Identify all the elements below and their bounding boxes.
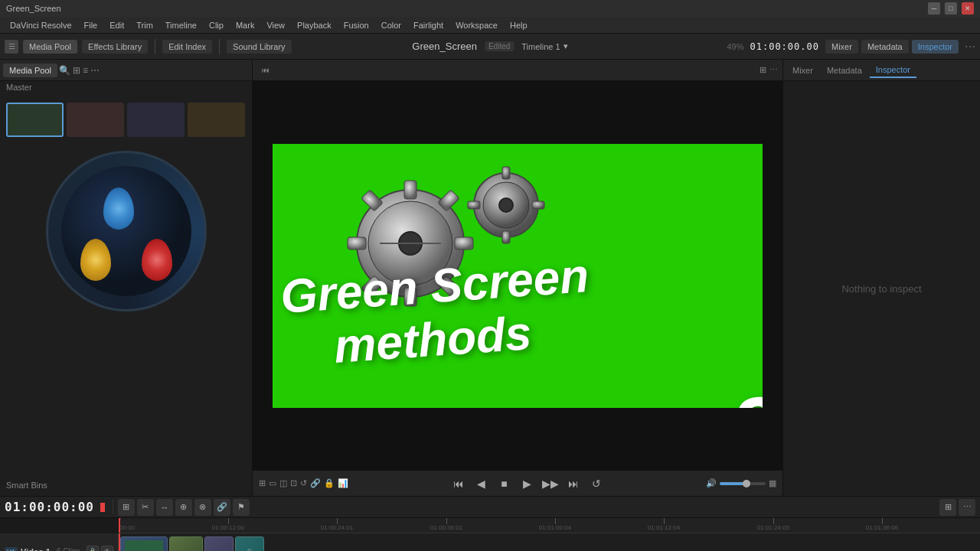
blue-dot [103,187,134,230]
tl-more-btn[interactable]: ⋯ [959,499,975,516]
refresh-icon[interactable]: ↺ [300,478,307,488]
timeline-tools: ⊞ ✂ ↔ ⊕ ⊗ 🔗 ⚑ [118,499,939,516]
media-pool-btn[interactable]: Media Pool [23,40,77,54]
timeline-label-area: Timeline 1 ▾ [521,41,567,51]
effects-library-btn[interactable]: Effects Library [82,40,148,54]
menu-edit[interactable]: Edit [104,19,129,31]
maximize-button[interactable]: □ [945,2,957,15]
v1-vis-btn[interactable]: 👁 [101,546,113,552]
menu-workspace[interactable]: Workspace [450,19,503,31]
skip-forward-btn[interactable]: ▶▶ [541,474,560,493]
play-btn[interactable]: ▶ [518,474,537,493]
menu-fairlight[interactable]: Fairlight [408,19,449,31]
toolbar-more-icon[interactable]: ⋯ [965,41,975,53]
thumb-1[interactable] [6,103,64,137]
tab-metadata[interactable]: Metadata [821,64,868,77]
toolbar-timecode: 01:00:00.00 [750,41,819,52]
sound-library-btn[interactable]: Sound Library [227,40,292,54]
thumbnail-strip [6,103,246,137]
toolbar-center: Green_Screen Edited Timeline 1 ▾ [412,41,567,52]
preview-right-tools: ⊞ ⋯ [760,65,778,75]
prev-skip-btn[interactable]: ⏮ [257,64,274,76]
ruler-label-3: 01:00:36:01 [430,524,462,531]
razor-tool[interactable]: ✂ [137,499,154,516]
thumb-4[interactable] [188,103,245,137]
tab-media-pool[interactable]: Media Pool [3,64,57,77]
safe-area-icon[interactable]: ◫ [279,478,287,488]
loop-btn[interactable]: ↺ [587,474,606,493]
menu-help[interactable]: Help [505,19,533,31]
clip-v1-2[interactable]: 2_... [169,536,203,552]
inspector-btn[interactable]: Inspector [912,40,959,54]
menu-timeline[interactable]: Timeline [160,19,202,31]
zoom-in-btn[interactable]: ⊞ [939,499,956,516]
master-label: Master [6,83,32,92]
waveform-icon[interactable]: 📊 [338,478,348,488]
clip-v1-3[interactable]: B-... [204,536,234,552]
video-1-track: V1 Video 1 6 Clips 🔒 👁 1_cog... [0,533,980,551]
toolbar-right: 49% 01:00:00.00 Mixer Metadata Inspector… [727,40,975,54]
preview-frame: Green Screen methods 2 [253,81,782,470]
link-icon[interactable]: 🔗 [310,478,321,488]
menu-trim[interactable]: Trim [131,19,158,31]
overlay-icon[interactable]: ⊡ [290,478,297,488]
left-panel-tabs: Media Pool 🔍 ⊞ ≡ ⋯ [0,60,252,81]
viewer-options-icon[interactable]: ⊞ [760,65,766,75]
grid-view-icon[interactable]: ⊞ [73,65,80,76]
svg-point-14 [499,198,513,212]
stop-btn[interactable]: ■ [495,474,514,493]
menu-mark[interactable]: Mark [230,19,260,31]
menu-view[interactable]: View [261,19,290,31]
timeline-dropdown-icon[interactable]: ▾ [564,41,568,51]
v1-lock-btn[interactable]: 🔒 [87,546,99,552]
mixer-btn[interactable]: Mixer [825,40,858,54]
menu-color[interactable]: Color [376,19,407,31]
tab-mixer[interactable]: Mixer [786,64,819,77]
ruler-label-4: 01:01:00:04 [539,524,571,531]
overwrite-tool[interactable]: ⊗ [194,499,211,516]
ruler-tick-1 [228,518,229,524]
close-button[interactable]: ✕ [962,2,974,15]
clip-v1-1[interactable]: 1_cog... [120,536,168,552]
v1-track-icons: 🔒 👁 [87,546,113,552]
menu-playback[interactable]: Playback [292,19,337,31]
menu-fusion[interactable]: Fusion [338,19,374,31]
timeline-area: 01:00:00:00 ⊞ ✂ ↔ ⊕ ⊗ 🔗 ⚑ ⊞ ⋯ 01:00:00:0… [0,496,980,551]
insert-tool[interactable]: ⊕ [175,499,192,516]
menu-clip[interactable]: Clip [204,19,229,31]
link-toggle[interactable]: 🔗 [214,499,230,516]
minimize-button[interactable]: ─ [928,2,940,15]
volume-slider[interactable] [720,482,766,485]
skip-to-start-btn[interactable]: ⏮ [449,474,468,493]
prev-frame-btn[interactable]: ◀ [472,474,491,493]
edit-index-btn[interactable]: Edit Index [162,40,212,54]
clip-v1-4[interactable]: © ©B... [235,536,264,552]
search-icon[interactable]: 🔍 [59,65,70,76]
toolbar: ☰ Media Pool Effects Library Edit Index … [0,34,980,60]
lock-icon[interactable]: 🔒 [324,478,335,488]
flag-tool[interactable]: ⚑ [233,499,250,516]
thumb-3[interactable] [127,103,185,137]
ripple-tool[interactable]: ↔ [156,499,173,516]
toolbar-panel-buttons: Mixer Metadata Inspector [825,40,959,54]
svg-rect-6 [348,237,366,249]
tab-inspector[interactable]: Inspector [870,63,916,78]
crop-icon[interactable]: ▭ [269,478,276,488]
skip-to-end-btn[interactable]: ⏭ [564,474,583,493]
panel-toggle[interactable]: ☰ [5,40,18,54]
playhead-triangle [119,518,123,521]
metadata-btn[interactable]: Metadata [861,40,909,54]
preview-controls: ⊞ ▭ ◫ ⊡ ↺ 🔗 🔒 📊 ⏮ ◀ ■ ▶ ▶▶ ⏭ ↺ 🔊 [253,470,782,496]
overlay-text-methods: methods [332,309,533,370]
list-view-icon[interactable]: ≡ [83,65,88,76]
menu-davinci[interactable]: DaVinci Resolve [5,19,77,31]
fullscreen-icon[interactable]: ⊞ [259,478,266,488]
menu-file[interactable]: File [79,19,103,31]
more-options-icon[interactable]: ⋯ [90,65,100,76]
viewer-more-icon[interactable]: ⋯ [769,65,778,75]
ruler-label-1: 01:00:12:00 [212,524,244,531]
snapping-toggle[interactable]: ⊞ [118,499,135,516]
thumb-2[interactable] [67,103,124,137]
volume-handle[interactable] [743,480,750,487]
audio-meters-icon[interactable]: ▦ [769,478,776,488]
